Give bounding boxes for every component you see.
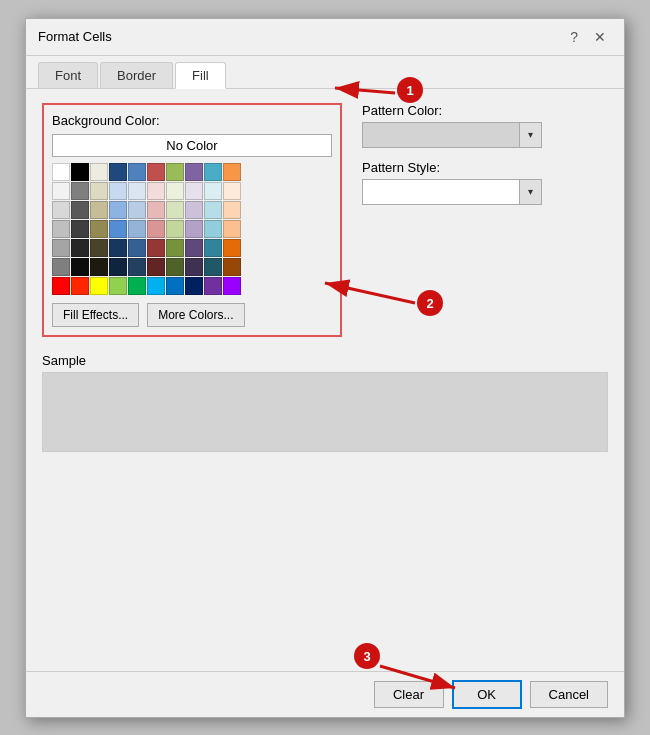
color-cell[interactable] (71, 220, 89, 238)
color-cell[interactable] (52, 163, 70, 181)
more-colors-button[interactable]: More Colors... (147, 303, 244, 327)
pattern-color-dropdown[interactable]: ▾ (362, 122, 542, 148)
right-section: Pattern Color: ▾ Pattern Style: (362, 103, 608, 337)
close-button[interactable]: ✕ (588, 27, 612, 47)
color-cell[interactable] (147, 277, 165, 295)
color-cell[interactable] (204, 163, 222, 181)
color-cell[interactable] (147, 182, 165, 200)
color-cell[interactable] (223, 220, 241, 238)
color-cell[interactable] (223, 277, 241, 295)
pattern-style-label: Pattern Style: (362, 160, 608, 175)
color-cell[interactable] (166, 239, 184, 257)
color-cell[interactable] (147, 258, 165, 276)
color-cell[interactable] (109, 258, 127, 276)
color-cell[interactable] (185, 163, 203, 181)
color-cell[interactable] (204, 277, 222, 295)
color-cell[interactable] (147, 201, 165, 219)
color-cell[interactable] (109, 220, 127, 238)
color-cell[interactable] (128, 163, 146, 181)
ok-button[interactable]: OK (452, 680, 522, 709)
pattern-color-value (363, 133, 519, 137)
chevron-down-icon: ▾ (528, 129, 533, 140)
color-cell[interactable] (166, 220, 184, 238)
color-cell[interactable] (71, 239, 89, 257)
color-row (52, 182, 332, 200)
color-cell[interactable] (52, 258, 70, 276)
color-cell[interactable] (166, 201, 184, 219)
color-cell[interactable] (223, 201, 241, 219)
color-cell[interactable] (109, 239, 127, 257)
pattern-style-arrow[interactable]: ▾ (519, 180, 541, 204)
color-cell[interactable] (204, 201, 222, 219)
title-bar: Format Cells ? ✕ (26, 19, 624, 56)
color-cell[interactable] (185, 182, 203, 200)
color-cell[interactable] (71, 277, 89, 295)
fill-effects-button[interactable]: Fill Effects... (52, 303, 139, 327)
color-cell[interactable] (166, 182, 184, 200)
color-cell[interactable] (90, 220, 108, 238)
color-cell[interactable] (204, 182, 222, 200)
pattern-color-label: Pattern Color: (362, 103, 608, 118)
top-section: Background Color: No Color Fill Effects.… (42, 103, 608, 337)
color-cell[interactable] (109, 163, 127, 181)
dialog-title: Format Cells (38, 29, 112, 44)
color-cell[interactable] (52, 220, 70, 238)
color-cell[interactable] (128, 220, 146, 238)
format-cells-dialog: Format Cells ? ✕ Font Border Fill Backgr… (25, 18, 625, 718)
color-cell[interactable] (71, 258, 89, 276)
color-cell[interactable] (109, 277, 127, 295)
color-cell[interactable] (223, 182, 241, 200)
color-cell[interactable] (128, 239, 146, 257)
pattern-style-value (363, 190, 519, 194)
color-cell[interactable] (185, 258, 203, 276)
color-cell[interactable] (52, 182, 70, 200)
color-cell[interactable] (90, 239, 108, 257)
color-cell[interactable] (185, 239, 203, 257)
color-cell[interactable] (90, 163, 108, 181)
color-cell[interactable] (90, 182, 108, 200)
color-cell[interactable] (52, 201, 70, 219)
color-cell[interactable] (204, 258, 222, 276)
color-cell[interactable] (71, 201, 89, 219)
color-cell[interactable] (166, 258, 184, 276)
clear-button[interactable]: Clear (374, 681, 444, 708)
color-cell[interactable] (52, 239, 70, 257)
color-cell[interactable] (128, 258, 146, 276)
color-cell[interactable] (147, 163, 165, 181)
cancel-button[interactable]: Cancel (530, 681, 608, 708)
pattern-color-group: Pattern Color: ▾ (362, 103, 608, 148)
color-cell[interactable] (109, 182, 127, 200)
color-cell[interactable] (90, 201, 108, 219)
color-cell[interactable] (71, 163, 89, 181)
color-cell[interactable] (109, 201, 127, 219)
color-cell[interactable] (52, 277, 70, 295)
color-cell[interactable] (223, 239, 241, 257)
color-cell[interactable] (128, 277, 146, 295)
color-cell[interactable] (223, 163, 241, 181)
color-cell[interactable] (185, 201, 203, 219)
color-cell[interactable] (185, 277, 203, 295)
tab-fill[interactable]: Fill (175, 62, 226, 89)
help-button[interactable]: ? (564, 27, 584, 47)
color-cell[interactable] (90, 258, 108, 276)
color-row (52, 220, 332, 238)
color-cell[interactable] (166, 163, 184, 181)
color-row (52, 163, 332, 181)
color-cell[interactable] (128, 201, 146, 219)
no-color-button[interactable]: No Color (52, 134, 332, 157)
color-cell[interactable] (128, 182, 146, 200)
color-cell[interactable] (185, 220, 203, 238)
color-cell[interactable] (166, 277, 184, 295)
color-cell[interactable] (223, 258, 241, 276)
pattern-color-arrow[interactable]: ▾ (519, 123, 541, 147)
color-cell[interactable] (147, 239, 165, 257)
color-cell[interactable] (204, 220, 222, 238)
tab-bar: Font Border Fill (26, 56, 624, 89)
color-cell[interactable] (204, 239, 222, 257)
color-cell[interactable] (71, 182, 89, 200)
color-cell[interactable] (147, 220, 165, 238)
tab-border[interactable]: Border (100, 62, 173, 88)
tab-font[interactable]: Font (38, 62, 98, 88)
color-cell[interactable] (90, 277, 108, 295)
pattern-style-dropdown[interactable]: ▾ (362, 179, 542, 205)
